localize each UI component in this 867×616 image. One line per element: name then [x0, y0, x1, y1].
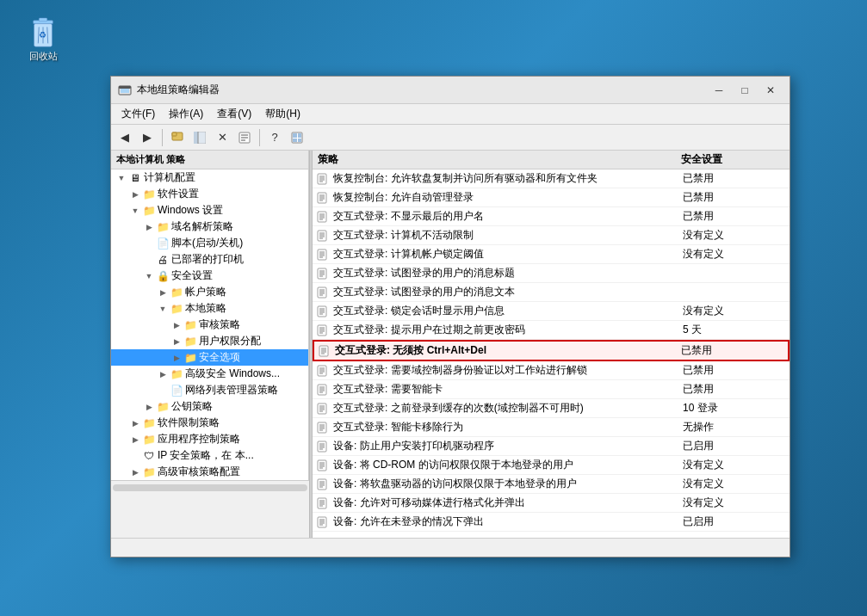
tree-item-domain[interactable]: ▶ 📁 域名解析策略	[111, 219, 308, 235]
tree-item-local-policy[interactable]: ▼ 📁 本地策略	[111, 300, 308, 317]
policy-name: 恢复控制台: 允许自动管理登录	[333, 190, 683, 205]
col-policy-header: 策略	[318, 152, 681, 167]
tree-label-security: 安全设置	[171, 268, 213, 283]
policy-icon	[316, 210, 330, 224]
policy-icon	[316, 191, 330, 205]
tree-item-security-options[interactable]: ▶ 📁 安全选项	[111, 349, 308, 366]
policy-value: 没有定义	[683, 458, 786, 472]
tree-item-public-key[interactable]: ▶ 📁 公钥策略	[111, 398, 308, 415]
close-button[interactable]: ✕	[759, 81, 783, 100]
help-button[interactable]: ?	[264, 127, 285, 148]
tree-item-audit-policy[interactable]: ▶ 📁 审核策略	[111, 317, 308, 333]
tree-item-software-restriction[interactable]: ▶ 📁 软件限制策略	[111, 415, 308, 431]
tree-item-windows-settings[interactable]: ▼ 📁 Windows 设置	[111, 202, 308, 219]
expand-icon: ▶	[156, 367, 170, 381]
show-hide-console-tree[interactable]	[189, 127, 210, 148]
folder-icon: 📁	[183, 318, 197, 332]
maximize-button[interactable]: □	[733, 81, 757, 100]
policy-row[interactable]: 交互式登录: 之前登录到缓存的次数(域控制器不可用时)10 登录	[313, 399, 790, 418]
policy-row[interactable]: 设备: 将 CD-ROM 的访问权限仅限于本地登录的用户没有定义	[313, 456, 790, 475]
tree-item-account-policy[interactable]: ▶ 📁 帐户策略	[111, 284, 308, 300]
policy-row[interactable]: 交互式登录: 需要域控制器身份验证以对工作站进行解锁已禁用	[313, 361, 790, 380]
properties-button[interactable]	[234, 127, 255, 148]
policy-value: 5 天	[683, 323, 786, 337]
tree-item-app-control[interactable]: ▶ 📁 应用程序控制策略	[111, 431, 308, 447]
tree-item-scripts[interactable]: 📄 脚本(启动/关机)	[111, 235, 308, 251]
tree-item-network-list[interactable]: 📄 网络列表管理器策略	[111, 382, 308, 398]
policy-icon	[316, 383, 330, 397]
policy-name: 交互式登录: 试图登录的用户的消息标题	[333, 266, 683, 280]
policy-row[interactable]: 交互式登录: 不显示最后的用户名已禁用	[313, 207, 790, 226]
tree-item-computer-config[interactable]: ▼ 🖥 计算机配置	[111, 169, 308, 186]
svg-rect-114	[318, 517, 326, 527]
policy-row[interactable]: 设备: 将软盘驱动器的访问权限仅限于本地登录的用户没有定义	[313, 475, 790, 494]
recycle-bin-icon[interactable]: ♻ 回收站	[17, 17, 69, 63]
policy-value: 没有定义	[683, 247, 786, 262]
policy-value: 10 登录	[683, 401, 786, 416]
tree-item-software-settings[interactable]: ▶ 📁 软件设置	[111, 186, 308, 202]
svg-rect-11	[172, 132, 176, 136]
policy-row[interactable]: 交互式登录: 无须按 Ctrl+Alt+Del已禁用	[313, 340, 790, 361]
policy-row[interactable]: 交互式登录: 锁定会话时显示用户信息没有定义	[313, 302, 790, 321]
menu-view[interactable]: 查看(V)	[210, 105, 258, 123]
menu-action[interactable]: 操作(A)	[162, 105, 210, 123]
policy-row[interactable]: 恢复控制台: 允许软盘复制并访问所有驱动器和所有文件夹已禁用	[313, 169, 790, 188]
tree-label-user-rights: 用户权限分配	[199, 334, 261, 348]
menu-file[interactable]: 文件(F)	[115, 105, 162, 123]
policy-name: 交互式登录: 需要域控制器身份验证以对工作站进行解锁	[333, 363, 683, 378]
policy-row[interactable]: 交互式登录: 计算机不活动限制没有定义	[313, 226, 790, 245]
policy-row[interactable]: 设备: 防止用户安装打印机驱动程序已启用	[313, 437, 790, 456]
policy-value: 已禁用	[683, 190, 786, 205]
policy-name: 交互式登录: 不显示最后的用户名	[333, 209, 683, 224]
delete-button[interactable]: ✕	[212, 127, 232, 148]
svg-rect-69	[319, 346, 328, 356]
expand-icon: ▼	[156, 302, 170, 316]
file-icon: 📄	[170, 384, 183, 397]
policy-name: 交互式登录: 试图登录的用户的消息文本	[333, 285, 683, 299]
policy-row[interactable]: 交互式登录: 智能卡移除行为无操作	[313, 418, 790, 437]
policy-name: 交互式登录: 智能卡移除行为	[333, 420, 683, 434]
policy-row[interactable]: 设备: 允许对可移动媒体进行格式化并弹出没有定义	[313, 494, 790, 513]
policy-name: 设备: 允许在未登录的情况下弹出	[333, 514, 683, 529]
shield-icon: 🛡	[142, 449, 156, 463]
folder-icon: 📁	[142, 188, 156, 201]
back-button[interactable]: ◀	[115, 127, 135, 148]
folder-icon: 📁	[170, 302, 183, 316]
toolbar: ◀ ▶ ✕	[111, 125, 790, 151]
tree-hscrollbar[interactable]	[111, 480, 309, 494]
tree-item-printers[interactable]: 🖨 已部署的打印机	[111, 251, 308, 268]
policy-name: 恢复控制台: 允许软盘复制并访问所有驱动器和所有文件夹	[333, 171, 683, 186]
tree-item-audit-config[interactable]: ▶ 📁 高级审核策略配置	[111, 464, 308, 480]
forward-button[interactable]: ▶	[137, 127, 158, 148]
tree-item-user-rights[interactable]: ▶ 📁 用户权限分配	[111, 333, 308, 349]
policy-icon	[316, 323, 330, 337]
folder-icon: 📁	[142, 465, 156, 479]
policy-row[interactable]: 恢复控制台: 允许自动管理登录已禁用	[313, 188, 790, 207]
policy-icon	[316, 364, 330, 378]
policy-row[interactable]: 交互式登录: 计算机帐户锁定阈值没有定义	[313, 245, 790, 264]
view-button[interactable]	[287, 127, 307, 148]
tree-label-printers: 已部署的打印机	[171, 252, 244, 267]
tree-item-security-settings[interactable]: ▼ 🔒 安全设置	[111, 268, 308, 284]
tree-item-ip-security[interactable]: 🛡 IP 安全策略，在 本...	[111, 447, 308, 464]
status-bar	[111, 538, 790, 557]
tree-label-windows: Windows 设置	[158, 203, 223, 218]
recycle-bin-label: 回收站	[29, 50, 58, 63]
policy-row[interactable]: 交互式登录: 试图登录的用户的消息文本	[313, 283, 790, 302]
policy-row[interactable]: 设备: 允许在未登录的情况下弹出已启用	[313, 513, 790, 532]
minimize-button[interactable]: ─	[707, 81, 731, 100]
tree-item-advanced-security[interactable]: ▶ 📁 高级安全 Windows...	[111, 366, 308, 382]
policy-row[interactable]: 交互式登录: 需要智能卡已禁用	[313, 380, 790, 399]
svg-rect-79	[318, 385, 326, 395]
svg-rect-109	[318, 498, 326, 508]
policy-value: 已启用	[683, 514, 786, 529]
expand-icon: ▶	[128, 465, 142, 479]
policy-icon	[318, 344, 331, 358]
policy-row[interactable]: 交互式登录: 试图登录的用户的消息标题	[313, 264, 790, 283]
policy-row[interactable]: 交互式登录: 提示用户在过期之前更改密码5 天	[313, 321, 790, 340]
up-button[interactable]	[167, 127, 188, 148]
expand-icon: ▶	[142, 220, 156, 234]
svg-rect-20	[293, 133, 297, 138]
menu-help[interactable]: 帮助(H)	[258, 105, 307, 123]
tree-label-ip: IP 安全策略，在 本...	[158, 448, 254, 463]
